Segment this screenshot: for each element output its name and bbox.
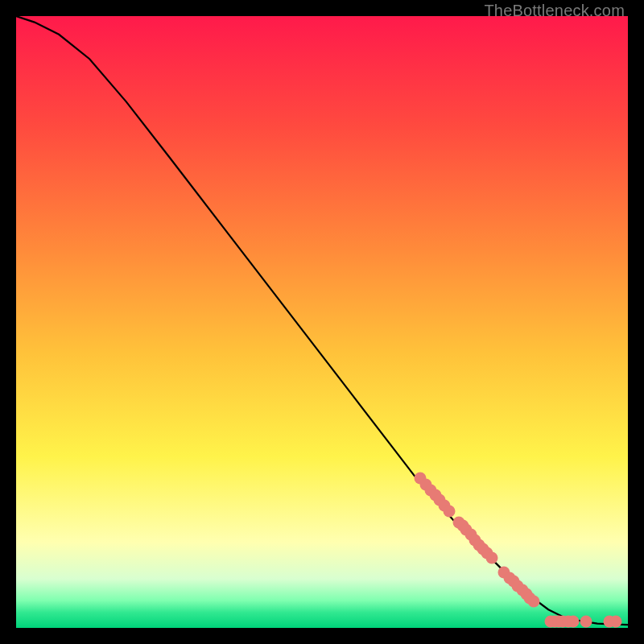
chart-background-gradient — [16, 16, 628, 628]
svg-rect-0 — [16, 16, 628, 628]
chart-plot-area — [16, 16, 628, 628]
